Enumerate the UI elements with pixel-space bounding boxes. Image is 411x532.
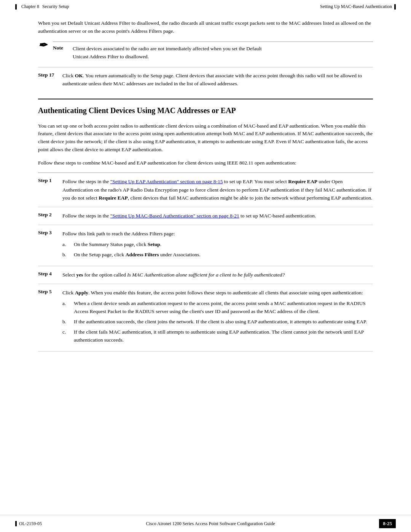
step-5b: b. If the authentication succeeds, the c… — [62, 318, 373, 326]
section-para-1: You can set up one or both access point … — [38, 122, 373, 154]
step-3a-label: a. — [62, 241, 70, 249]
header-bar-right — [394, 4, 396, 10]
section-heading: Authenticating Client Devices Using MAC … — [38, 99, 373, 115]
page-content: When you set Default Unicast Address Fil… — [0, 12, 411, 515]
header-right: Setting Up MAC-Based Authentication — [320, 4, 396, 10]
step-2-link[interactable]: "Setting Up MAC-Based Authentication" se… — [110, 213, 239, 219]
step-5a-text: When a client device sends an authentica… — [74, 300, 373, 316]
note-icon: ✒ — [38, 40, 47, 51]
note-label: Note — [53, 45, 68, 51]
section-para-2: Follow these steps to combine MAC-based … — [38, 159, 373, 167]
note-text: Client devices associated to the radio a… — [73, 45, 262, 61]
step-5c-label: c. — [62, 328, 70, 336]
step-4-content: Select yes for the option called Is MAC … — [62, 271, 373, 279]
step-1-label: Step 1 — [38, 177, 58, 184]
step-1-link[interactable]: "Setting Up EAP Authentication" section … — [110, 179, 223, 184]
footer-center: Cisco Aironet 1200 Series Access Point S… — [146, 521, 275, 527]
footer-left: OL-2159-05 — [15, 521, 42, 527]
step-3-main-text: Follow this link path to reach the Addre… — [62, 231, 175, 236]
step-5-content: Click Apply. When you enable this featur… — [62, 289, 373, 347]
footer-center-text: Cisco Aironet 1200 Series Access Point S… — [146, 521, 275, 526]
chapter-title: Security Setup — [42, 4, 69, 10]
step-2-label: Step 2 — [38, 212, 58, 218]
step-3b-text: On the Setup page, click Address Filters… — [74, 251, 373, 259]
step-1: Step 1 Follow the steps in the "Setting … — [38, 173, 373, 207]
step-3-substeps: a. On the Summary Status page, click Set… — [62, 241, 373, 259]
header-right-title: Setting Up MAC-Based Authentication — [320, 4, 392, 10]
header-left: Chapter 8 Security Setup — [15, 4, 69, 10]
step-3a-text: On the Summary Status page, click Setup. — [74, 241, 373, 249]
step-17-row: Step 17 Click OK. You return automatical… — [38, 67, 373, 88]
step-5: Step 5 Click Apply. When you enable this… — [38, 284, 373, 351]
step-5b-text: If the authentication succeeds, the clie… — [74, 318, 373, 326]
step-17-text: Click OK. You return automatically to th… — [62, 72, 373, 88]
note-content: Note Client devices associated to the ra… — [53, 42, 373, 61]
header-bar-left — [15, 4, 17, 10]
step-3a: a. On the Summary Status page, click Set… — [62, 241, 373, 249]
footer-page-number: 8-25 — [379, 519, 396, 528]
note-text-line1: Client devices associated to the radio a… — [73, 46, 262, 51]
step-3b: b. On the Setup page, click Address Filt… — [62, 251, 373, 259]
step-5b-label: b. — [62, 318, 70, 326]
footer: OL-2159-05 Cisco Aironet 1200 Series Acc… — [0, 515, 411, 532]
step-3: Step 3 Follow this link path to reach th… — [38, 225, 373, 266]
step-17-label: Step 17 — [38, 72, 58, 78]
footer-doc-number: OL-2159-05 — [19, 521, 42, 527]
step-5c: c. If the client fails MAC authenticatio… — [62, 328, 373, 344]
steps-container: Step 1 Follow the steps in the "Setting … — [38, 173, 373, 351]
step-5-substeps: a. When a client device sends an authent… — [62, 300, 373, 344]
step-3-content: Follow this link path to reach the Addre… — [62, 230, 373, 261]
chapter-label: Chapter 8 — [21, 4, 39, 10]
note-section: ✒ Note Client devices associated to the … — [38, 42, 373, 61]
step-5c-text: If the client fails MAC authentication, … — [74, 328, 373, 344]
step-1-content: Follow the steps in the "Setting Up EAP … — [62, 177, 373, 202]
footer-bar — [15, 521, 17, 526]
step-4-label: Step 4 — [38, 271, 58, 277]
step-2: Step 2 Follow the steps in the "Setting … — [38, 207, 373, 225]
step-5a-label: a. — [62, 300, 70, 308]
step-4: Step 4 Select yes for the option called … — [38, 266, 373, 284]
step-5a: a. When a client device sends an authent… — [62, 300, 373, 316]
step-2-content: Follow the steps in the "Setting Up MAC-… — [62, 212, 373, 220]
note-text-line2: Unicast Address Filter to disallowed. — [73, 54, 149, 59]
intro-paragraph: When you set Default Unicast Address Fil… — [38, 19, 373, 35]
step-5-label: Step 5 — [38, 289, 58, 295]
step-3b-label: b. — [62, 251, 70, 259]
step-3-label: Step 3 — [38, 230, 58, 236]
